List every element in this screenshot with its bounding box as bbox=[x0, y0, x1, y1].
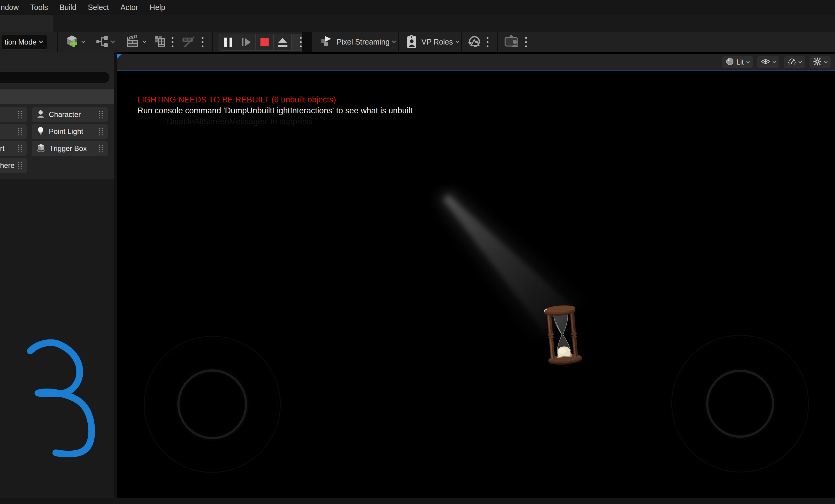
stop-icon bbox=[261, 38, 269, 46]
sequencer-filmstrip-icon bbox=[153, 35, 167, 50]
place-actors-category-bar[interactable] bbox=[0, 89, 114, 104]
pause-button[interactable] bbox=[219, 34, 237, 50]
blueprints-icon bbox=[96, 35, 108, 49]
chevron-down-icon bbox=[392, 39, 396, 43]
search-input[interactable] bbox=[0, 71, 110, 83]
menu-window[interactable]: ndow bbox=[0, 0, 24, 15]
drag-handle-icon[interactable] bbox=[18, 128, 23, 137]
selection-mode-dropdown[interactable]: tion Mode bbox=[1, 34, 47, 50]
left-virtual-joystick-thumb[interactable] bbox=[177, 370, 247, 439]
divider bbox=[461, 32, 462, 52]
viewport-settings-dropdown[interactable] bbox=[810, 56, 831, 68]
stop-button[interactable] bbox=[256, 34, 273, 50]
drag-handle-icon[interactable] bbox=[99, 111, 104, 120]
eye-icon bbox=[761, 58, 770, 66]
editor-modes-kebab[interactable] bbox=[199, 32, 206, 52]
view-mode-dropdown[interactable]: Lit bbox=[722, 56, 753, 68]
frame-skip-button[interactable] bbox=[238, 34, 255, 50]
vp-roles-dropdown[interactable]: VP Roles bbox=[406, 32, 459, 52]
gauge-icon bbox=[788, 58, 796, 67]
right-virtual-joystick-thumb[interactable] bbox=[706, 370, 774, 438]
item-label: here bbox=[0, 161, 15, 170]
chevron-down-icon bbox=[143, 39, 146, 43]
console-hint-text: Run console command 'DumpUnbuiltLightInt… bbox=[137, 106, 413, 115]
vr-glasses-brush-icon bbox=[181, 35, 197, 50]
drag-handle-icon[interactable] bbox=[18, 111, 23, 120]
place-actor-item-sphere[interactable]: here bbox=[0, 158, 27, 173]
item-label: Trigger Box bbox=[49, 144, 87, 153]
lighting-warning-text: LIGHTING NEEDS TO BE REBUILT (6 unbuilt … bbox=[137, 95, 336, 105]
hourglass-object bbox=[542, 304, 583, 367]
divider bbox=[497, 32, 498, 52]
view-mode-label: Lit bbox=[736, 58, 744, 66]
lit-sphere-icon bbox=[726, 58, 734, 67]
show-flags-dropdown[interactable] bbox=[757, 56, 779, 68]
rebuild-lighting-button[interactable] bbox=[467, 32, 482, 52]
level-tab[interactable] bbox=[0, 15, 53, 32]
place-actor-item-point-light[interactable]: Point Light bbox=[32, 124, 108, 139]
menu-select[interactable]: Select bbox=[82, 0, 115, 15]
pixel-streaming-icon bbox=[320, 35, 332, 49]
menu-help[interactable]: Help bbox=[144, 0, 171, 15]
menu-build[interactable]: Build bbox=[54, 0, 82, 15]
chevron-down-icon bbox=[746, 60, 750, 63]
drag-handle-icon[interactable] bbox=[99, 128, 104, 137]
drag-handle-icon[interactable] bbox=[18, 162, 23, 171]
viewport-focus-corner bbox=[117, 54, 122, 59]
place-actor-item[interactable] bbox=[0, 107, 27, 122]
cinematics-button[interactable] bbox=[125, 32, 146, 52]
frame-skip-icon bbox=[242, 38, 251, 46]
pause-icon bbox=[224, 38, 232, 47]
sequencer-button[interactable] bbox=[153, 32, 167, 52]
main-menu-bar: ndow Tools Build Select Actor Help bbox=[0, 0, 835, 15]
eject-icon bbox=[278, 38, 287, 47]
header: ndow Tools Build Select Actor Help tion … bbox=[0, 0, 835, 52]
gear-icon bbox=[813, 57, 822, 67]
chevron-down-icon bbox=[455, 39, 459, 43]
divider bbox=[398, 32, 399, 52]
pixel-streaming-label: Pixel Streaming bbox=[337, 38, 390, 46]
eject-button[interactable] bbox=[274, 34, 291, 50]
item-label: rt bbox=[0, 144, 4, 153]
status-bar bbox=[0, 498, 835, 504]
place-actors-panel: rt here Character bbox=[0, 52, 114, 179]
place-actor-item-player-start[interactable]: rt bbox=[0, 141, 27, 156]
vp-roles-badge-icon bbox=[406, 35, 417, 50]
remote-session-button[interactable] bbox=[504, 32, 520, 52]
remote-session-kebab[interactable] bbox=[522, 32, 530, 52]
divider bbox=[212, 32, 213, 52]
level-tab-row bbox=[0, 15, 835, 32]
performance-dropdown[interactable] bbox=[784, 56, 805, 68]
sequencer-options-kebab[interactable] bbox=[168, 32, 177, 52]
unreal-editor-window: ndow Tools Build Select Actor Help tion … bbox=[0, 0, 835, 504]
selection-mode-label: tion Mode bbox=[4, 38, 36, 46]
cinematics-clapperboard-icon bbox=[125, 35, 140, 50]
character-icon bbox=[37, 110, 45, 120]
game-viewport[interactable]: Lit bbox=[117, 52, 835, 498]
menu-actor[interactable]: Actor bbox=[115, 0, 144, 15]
viewport-controls: Lit bbox=[722, 56, 831, 68]
point-light-icon bbox=[37, 126, 45, 137]
place-actor-item-trigger-box[interactable]: Trigger Box bbox=[32, 141, 108, 156]
pixel-streaming-dropdown[interactable]: Pixel Streaming bbox=[320, 32, 395, 52]
suppress-hint-text: 'DisableAllScreenMessages' to suppress bbox=[165, 117, 312, 126]
chevron-down-icon bbox=[773, 60, 776, 63]
rebuild-environment-icon bbox=[467, 34, 482, 50]
vp-roles-label: VP Roles bbox=[422, 38, 453, 46]
blueprints-button[interactable] bbox=[96, 32, 114, 52]
place-actor-item[interactable] bbox=[0, 124, 27, 139]
menu-tools[interactable]: Tools bbox=[24, 0, 54, 15]
item-label: Character bbox=[49, 110, 81, 119]
viewport-canvas[interactable]: LIGHTING NEEDS TO BE REBUILT (6 unbuilt … bbox=[117, 71, 835, 499]
chevron-down-icon bbox=[111, 39, 115, 43]
divider bbox=[302, 32, 312, 52]
editor-modes-button[interactable] bbox=[181, 32, 197, 52]
chevron-down-icon bbox=[824, 60, 828, 63]
drag-handle-icon[interactable] bbox=[18, 145, 23, 154]
rebuild-options-kebab[interactable] bbox=[484, 32, 491, 52]
add-actor-button[interactable] bbox=[65, 32, 85, 52]
place-actor-item-character[interactable]: Character bbox=[32, 107, 108, 122]
drag-handle-icon[interactable] bbox=[99, 145, 104, 154]
chevron-down-icon bbox=[39, 39, 44, 44]
item-label: Point Light bbox=[49, 127, 83, 136]
